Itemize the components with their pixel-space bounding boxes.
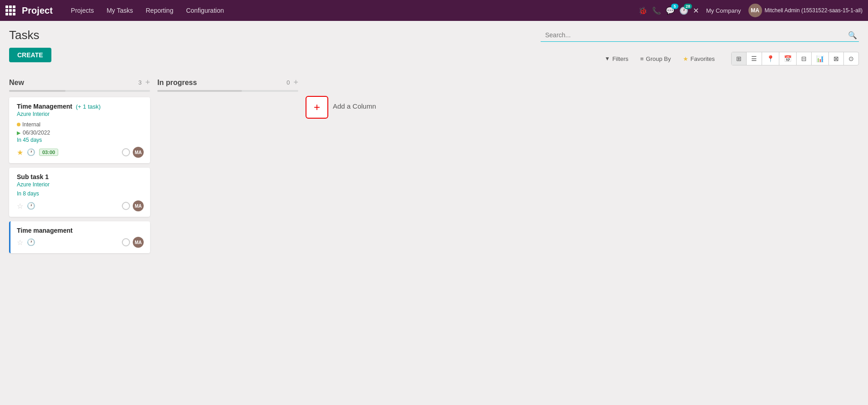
column-new: New 3 + Time Management (+ 1 task) Azure…: [9, 78, 150, 258]
topnav-icons: 🐞 📞 💬 5 🕐 28 ✕ My Company MA Mitchell Ad…: [638, 4, 863, 17]
search-input[interactable]: [542, 30, 848, 40]
main-content: Tasks 🔍 CREATE ▼ Filters ≡ Group By ★ Fa…: [0, 21, 868, 265]
card-title-text-2[interactable]: Sub task 1: [17, 173, 49, 180]
view-activity[interactable]: ⊙: [844, 52, 858, 65]
card-avatar-1: MA: [133, 147, 144, 158]
tag-dot-1: [17, 123, 20, 126]
status-circle-2[interactable]: [122, 202, 130, 210]
view-split[interactable]: ⊠: [829, 52, 844, 65]
chat-icon-btn[interactable]: 💬 5: [666, 6, 675, 15]
column-new-count: 3: [138, 79, 141, 86]
view-buttons: ⊞ ☰ 📍 📅 ⊟ 📊 ⊠ ⊙: [731, 52, 859, 65]
nav-projects[interactable]: Projects: [65, 4, 100, 17]
favorites-label: Favorites: [691, 55, 715, 62]
chat-badge: 5: [671, 4, 678, 9]
card-footer-left-3: ☆ 🕐: [17, 238, 35, 247]
column-new-header: New 3 +: [9, 78, 150, 87]
view-chart[interactable]: 📊: [812, 52, 829, 65]
card-time-management: Time Management (+ 1 task) Azure Interio…: [9, 97, 150, 163]
card-project-1[interactable]: Azure Interior: [17, 111, 144, 117]
topnav: Project Projects My Tasks Reporting Conf…: [0, 0, 868, 21]
date-value-1: 06/30/2022: [23, 130, 50, 136]
card-footer-2: ☆ 🕐 MA: [17, 200, 144, 211]
nav-reporting[interactable]: Reporting: [140, 4, 179, 17]
add-column-area: + Add a Column: [306, 78, 376, 119]
column-inprogress: In progress 0 +: [157, 78, 298, 97]
view-calendar[interactable]: 📅: [779, 52, 797, 65]
clock-badge: 28: [684, 4, 692, 9]
card-title-2: Sub task 1: [17, 173, 144, 180]
groupby-icon: ≡: [640, 55, 644, 62]
card-title-text-3[interactable]: Time management: [17, 227, 73, 234]
clock-1[interactable]: 🕐: [27, 148, 35, 156]
close-icon-btn[interactable]: ✕: [693, 6, 699, 15]
filters-label: Filters: [612, 55, 628, 62]
app-name: Project: [22, 5, 53, 16]
column-new-progress: [9, 90, 150, 92]
card-footer-right-2: MA: [122, 200, 144, 211]
filters-button[interactable]: ▼ Filters: [600, 53, 633, 65]
column-inprogress-header: In progress 0 +: [157, 78, 298, 87]
card-subtask-1: Sub task 1 Azure Interior In 8 days ☆ 🕐 …: [9, 168, 150, 217]
user-name: Mitchell Admin (15531522-saas-15-1-all): [765, 7, 863, 14]
status-circle-3[interactable]: [122, 238, 130, 246]
view-table[interactable]: ⊟: [797, 52, 812, 65]
card-footer-right-1: MA: [122, 147, 144, 158]
column-inprogress-count: 0: [286, 79, 290, 86]
clock-icon-btn[interactable]: 🕐 28: [679, 6, 688, 15]
column-inprogress-progress-bar: [157, 90, 242, 92]
phone-icon-btn[interactable]: 📞: [652, 6, 661, 15]
add-column-button[interactable]: +: [306, 96, 328, 119]
user-menu[interactable]: MA Mitchell Admin (15531522-saas-15-1-al…: [748, 4, 863, 17]
nav-configuration[interactable]: Configuration: [181, 4, 229, 17]
search-icon[interactable]: 🔍: [848, 31, 857, 40]
status-circle-1[interactable]: [122, 148, 130, 156]
star-3[interactable]: ☆: [17, 238, 23, 247]
card-date-1: ▶ 06/30/2022: [17, 130, 144, 136]
card-avatar-3: MA: [133, 237, 144, 248]
user-avatar: MA: [748, 4, 762, 17]
groupby-button[interactable]: ≡ Group By: [636, 53, 676, 65]
bug-icon-btn[interactable]: 🐞: [638, 6, 647, 15]
card-footer-left-2: ☆ 🕐: [17, 202, 35, 210]
view-kanban[interactable]: ⊞: [732, 52, 747, 65]
card-project-2[interactable]: Azure Interior: [17, 181, 144, 188]
tag-label-1: Internal: [22, 121, 40, 128]
clock-3[interactable]: 🕐: [27, 238, 35, 246]
column-inprogress-add[interactable]: +: [293, 78, 298, 87]
card-footer-3: ☆ 🕐 MA: [17, 237, 144, 248]
star-2[interactable]: ☆: [17, 202, 23, 210]
favorites-button[interactable]: ★ Favorites: [678, 53, 719, 65]
column-new-progress-bar: [9, 90, 65, 92]
app-grid-icon[interactable]: [5, 5, 15, 15]
view-map[interactable]: 📍: [762, 52, 779, 65]
search-container: 🔍: [541, 29, 859, 42]
card-footer-right-3: MA: [122, 237, 144, 248]
nav-my-tasks[interactable]: My Tasks: [101, 4, 138, 17]
page-header: Tasks 🔍: [9, 28, 859, 42]
card-title-text-1[interactable]: Time Management: [17, 103, 72, 110]
company-name: My Company: [706, 7, 741, 14]
column-inprogress-progress: [157, 90, 298, 92]
card-title-3: Time management: [17, 227, 144, 234]
card-extra-1: (+ 1 task): [76, 103, 101, 110]
card-footer-1: ★ 🕐 03:00 MA: [17, 147, 144, 158]
page-title: Tasks: [9, 28, 39, 42]
column-new-add[interactable]: +: [145, 78, 150, 87]
time-badge-1: 03:00: [39, 149, 58, 156]
clock-2[interactable]: 🕐: [27, 202, 35, 210]
date-arrow-1: ▶: [17, 130, 20, 136]
filter-icon: ▼: [605, 55, 610, 62]
kanban-board: New 3 + Time Management (+ 1 task) Azure…: [9, 76, 859, 258]
card-time-management-2: Time management ☆ 🕐 MA: [9, 221, 150, 253]
create-button[interactable]: CREATE: [9, 48, 51, 62]
card-due-1: In 45 days: [17, 137, 144, 143]
star-1[interactable]: ★: [17, 148, 23, 157]
card-avatar-2: MA: [133, 200, 144, 211]
view-list[interactable]: ☰: [747, 52, 762, 65]
card-tag-1: Internal: [17, 121, 40, 128]
card-title-1: Time Management (+ 1 task): [17, 103, 144, 110]
search-bar: 🔍: [541, 29, 859, 42]
star-icon: ★: [683, 55, 688, 62]
add-column-label[interactable]: Add a Column: [333, 96, 376, 110]
